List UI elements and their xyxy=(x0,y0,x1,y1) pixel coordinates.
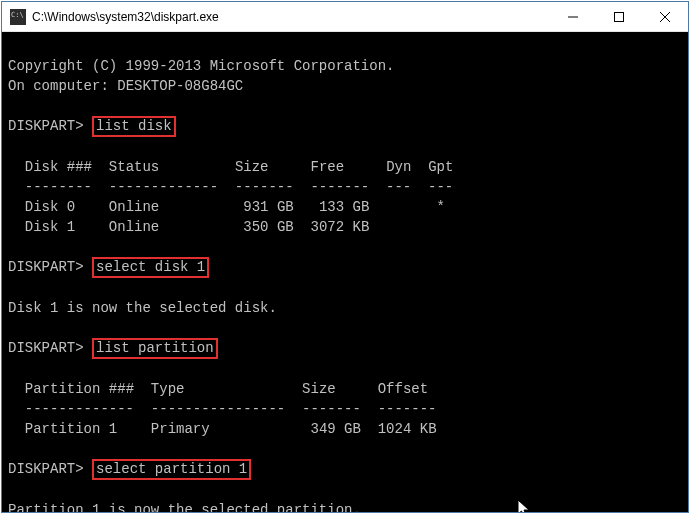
disk-hdr-free: Free xyxy=(311,159,345,175)
window-controls xyxy=(550,2,688,31)
prompt: DISKPART> xyxy=(8,118,84,134)
disk-hdr-status: Status xyxy=(109,159,159,175)
titlebar[interactable]: C:\Windows\system32\diskpart.exe xyxy=(2,2,688,32)
msg-partition-selected: Partition 1 is now the selected partitio… xyxy=(8,502,361,512)
part-hdr-offset: Offset xyxy=(378,381,428,397)
minimize-button[interactable] xyxy=(550,2,596,31)
cmd-select-partition: select partition 1 xyxy=(92,459,251,480)
copyright-line: Copyright (C) 1999-2013 Microsoft Corpor… xyxy=(8,58,394,74)
disk-hdr-size: Size xyxy=(235,159,269,175)
cmd-select-disk: select disk 1 xyxy=(92,257,209,278)
diskpart-window: C:\Windows\system32\diskpart.exe Copyrig… xyxy=(1,1,689,513)
disk-hdr-dyn: Dyn xyxy=(386,159,411,175)
maximize-icon xyxy=(614,12,624,22)
part1-type: Primary xyxy=(151,421,210,437)
mouse-cursor-icon xyxy=(517,499,533,512)
disk1-id: Disk 1 xyxy=(25,219,75,235)
part-hdr-size: Size xyxy=(302,381,336,397)
disk1-status: Online xyxy=(109,219,159,235)
part-hdr-type: Type xyxy=(151,381,185,397)
part1-id: Partition 1 xyxy=(25,421,117,437)
disk-hdr-disk: Disk ### xyxy=(25,159,92,175)
on-computer-label: On computer: xyxy=(8,78,109,94)
minimize-icon xyxy=(568,12,578,22)
disk-hdr-gpt: Gpt xyxy=(428,159,453,175)
app-icon xyxy=(10,9,26,25)
maximize-button[interactable] xyxy=(596,2,642,31)
disk0-gpt: * xyxy=(437,199,445,215)
part1-size: 349 GB xyxy=(310,421,360,437)
svg-rect-1 xyxy=(615,12,624,21)
close-icon xyxy=(660,12,670,22)
part-hdr-part: Partition ### xyxy=(25,381,134,397)
cmd-list-disk: list disk xyxy=(92,116,176,137)
prompt: DISKPART> xyxy=(8,259,84,275)
cmd-list-partition: list partition xyxy=(92,338,218,359)
disk0-status: Online xyxy=(109,199,159,215)
msg-disk-selected: Disk 1 is now the selected disk. xyxy=(8,300,277,316)
prompt: DISKPART> xyxy=(8,461,84,477)
disk0-free: 133 GB xyxy=(319,199,369,215)
disk1-size: 350 GB xyxy=(243,219,293,235)
disk1-free: 3072 KB xyxy=(311,219,370,235)
close-button[interactable] xyxy=(642,2,688,31)
window-title: C:\Windows\system32\diskpart.exe xyxy=(32,10,550,24)
disk0-id: Disk 0 xyxy=(25,199,75,215)
prompt: DISKPART> xyxy=(8,340,84,356)
disk0-size: 931 GB xyxy=(243,199,293,215)
part1-offset: 1024 KB xyxy=(378,421,437,437)
computer-name: DESKTOP-08G84GC xyxy=(117,78,243,94)
terminal-area[interactable]: Copyright (C) 1999-2013 Microsoft Corpor… xyxy=(2,32,688,512)
